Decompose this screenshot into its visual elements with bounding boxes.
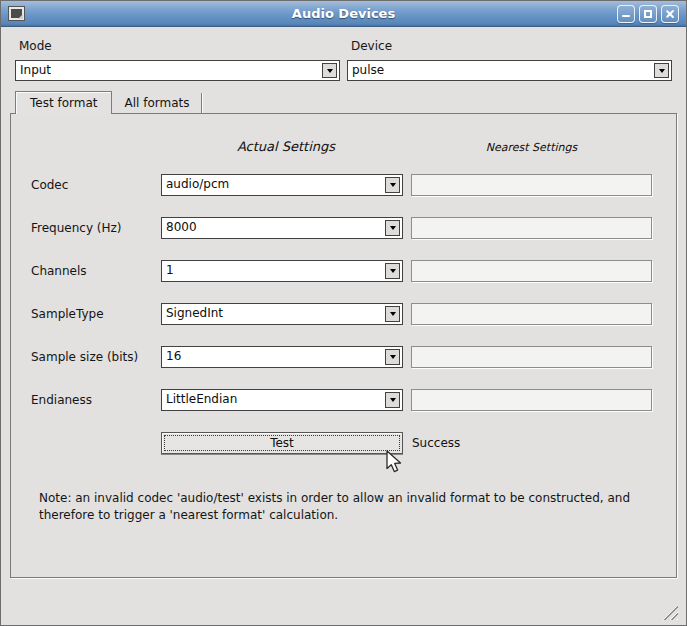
dropdown-arrow-icon[interactable] <box>654 63 669 78</box>
codec-combobox[interactable]: audio/pcm <box>161 174 403 196</box>
dropdown-arrow-icon[interactable] <box>322 63 337 78</box>
nearest-settings-header: Nearest Settings <box>486 141 577 154</box>
tab-all-formats[interactable]: All formats <box>112 93 202 113</box>
frequency-combobox[interactable]: 8000 <box>161 217 403 239</box>
row-sampletype: SampleType SignedInt <box>31 303 676 325</box>
mode-column: Mode Input <box>15 37 340 81</box>
channels-label: Channels <box>31 260 161 282</box>
note-text: Note: an invalid codec 'audio/test' exis… <box>39 490 654 524</box>
row-channels: Channels 1 <box>31 260 676 282</box>
window-body: Mode Input Device pulse Test format All … <box>1 27 686 626</box>
device-combobox[interactable]: pulse <box>347 60 672 81</box>
row-frequency: Frequency (Hz) 8000 <box>31 217 676 239</box>
row-endianess: Endianess LittleEndian <box>31 389 676 411</box>
nearest-codec-field <box>411 174 652 196</box>
test-button[interactable]: Test <box>161 432 403 454</box>
sampletype-combobox-value: SignedInt <box>162 304 385 324</box>
tab-test-format[interactable]: Test format <box>15 91 112 114</box>
nearest-channels-field <box>411 260 652 282</box>
frequency-combobox-value: 8000 <box>162 218 385 238</box>
endianess-combobox-value: LittleEndian <box>162 390 385 410</box>
sampletype-label: SampleType <box>31 303 161 325</box>
dropdown-arrow-icon[interactable] <box>385 306 400 322</box>
samplesize-label: Sample size (bits) <box>31 346 161 368</box>
mode-combobox-value: Input <box>16 61 322 80</box>
sampletype-combobox[interactable]: SignedInt <box>161 303 403 325</box>
row-samplesize: Sample size (bits) 16 <box>31 346 676 368</box>
channels-combobox[interactable]: 1 <box>161 260 403 282</box>
device-column: Device pulse <box>347 37 672 81</box>
format-tabs: Test format All formats <box>15 91 677 113</box>
codec-label: Codec <box>31 174 161 196</box>
nearest-sampletype-field <box>411 303 652 325</box>
device-combobox-value: pulse <box>348 61 654 80</box>
titlebar[interactable]: Audio Devices <box>1 1 686 27</box>
samplesize-combobox-value: 16 <box>162 347 385 367</box>
row-codec: Codec audio/pcm <box>31 174 676 196</box>
dropdown-arrow-icon[interactable] <box>385 263 400 279</box>
samplesize-combobox[interactable]: 16 <box>161 346 403 368</box>
nearest-frequency-field <box>411 217 652 239</box>
audio-devices-window: Audio Devices Mode Input Device pulse <box>0 0 687 626</box>
dropdown-arrow-icon[interactable] <box>385 392 400 408</box>
endianess-label: Endianess <box>31 389 161 411</box>
mode-device-form: Mode Input Device pulse <box>15 37 672 81</box>
mode-label: Mode <box>19 39 340 53</box>
nearest-endianess-field <box>411 389 652 411</box>
test-status-text: Success <box>411 436 652 450</box>
mode-combobox[interactable]: Input <box>15 60 340 81</box>
device-label: Device <box>351 39 672 53</box>
dropdown-arrow-icon[interactable] <box>385 349 400 365</box>
dropdown-arrow-icon[interactable] <box>385 220 400 236</box>
channels-combobox-value: 1 <box>162 261 385 281</box>
dropdown-arrow-icon[interactable] <box>385 177 400 193</box>
codec-combobox-value: audio/pcm <box>162 175 385 195</box>
test-format-panel: Actual Settings Nearest Settings Codec a… <box>10 113 677 578</box>
endianess-combobox[interactable]: LittleEndian <box>161 389 403 411</box>
frequency-label: Frequency (Hz) <box>31 217 161 239</box>
close-icon <box>665 9 675 19</box>
actual-settings-header: Actual Settings <box>165 139 407 154</box>
nearest-samplesize-field <box>411 346 652 368</box>
window-title: Audio Devices <box>1 6 686 21</box>
test-row: Test Success <box>31 432 676 454</box>
column-headers: Actual Settings Nearest Settings <box>31 138 676 154</box>
